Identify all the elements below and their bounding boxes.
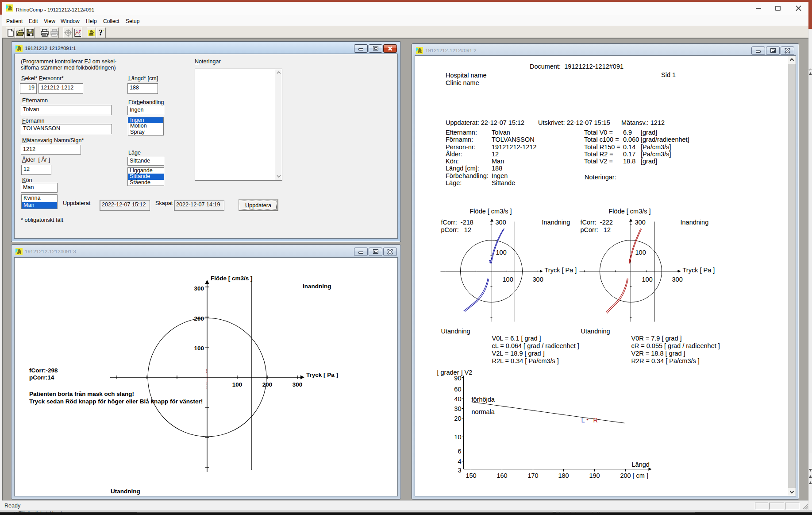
- svg-text:cL = 0.064 [ grad / radieenhet: cL = 0.064 [ grad / radieenhet ]: [492, 342, 579, 349]
- svg-text:Inandning: Inandning: [303, 283, 331, 290]
- svg-text:Utandning: Utandning: [581, 328, 610, 335]
- svg-text:L: L: [581, 417, 585, 424]
- svg-text:300: 300: [635, 219, 646, 226]
- svg-text:100: 100: [232, 381, 242, 388]
- svg-text:300: 300: [194, 285, 204, 292]
- svg-text:pCorr:14: pCorr:14: [29, 374, 54, 381]
- svg-text:V2R = 18.8 [ grad ]: V2R = 18.8 [ grad ]: [631, 350, 685, 357]
- svg-text:Tryck [ Pa ]: Tryck [ Pa ]: [683, 267, 715, 274]
- svg-text:Utandning: Utandning: [111, 488, 140, 495]
- svg-text:pCorr: 12: pCorr: 12: [581, 226, 611, 233]
- svg-text:Längd: Längd: [632, 461, 650, 468]
- svg-text:150: 150: [466, 472, 476, 479]
- svg-text:300: 300: [292, 381, 303, 388]
- svg-text:[ cm ]: [ cm ]: [633, 472, 648, 479]
- svg-text:fCorr:-298: fCorr:-298: [29, 367, 58, 374]
- svg-text:300: 300: [672, 276, 683, 283]
- svg-text:R2R = 0.34 [ Pa/cm3/s ]: R2R = 0.34 [ Pa/cm3/s ]: [631, 357, 700, 364]
- svg-text:300: 300: [533, 276, 543, 283]
- svg-text:20: 20: [454, 415, 461, 422]
- svg-text:Flöde [ cm3/s ]: Flöde [ cm3/s ]: [609, 208, 651, 215]
- svg-text:V0R = 7.9 [ grad ]: V0R = 7.9 [ grad ]: [631, 335, 682, 342]
- svg-text:förhöjda: förhöjda: [472, 396, 495, 403]
- svg-text:200: 200: [620, 472, 631, 479]
- svg-text:?: ?: [99, 28, 103, 37]
- svg-text:10: 10: [454, 434, 461, 441]
- svg-text:Inandning: Inandning: [542, 219, 570, 226]
- svg-text:200: 200: [262, 381, 273, 388]
- svg-text:R: R: [593, 417, 598, 424]
- svg-text:40: 40: [454, 395, 461, 403]
- svg-text:Flöde [ cm3/s ]: Flöde [ cm3/s ]: [211, 275, 253, 282]
- svg-text:6: 6: [458, 448, 461, 455]
- svg-text:3: 3: [458, 467, 461, 474]
- svg-text:normala: normala: [472, 408, 495, 415]
- svg-text:Utandning: Utandning: [441, 328, 470, 335]
- svg-text:Patienten borta från mask och: Patienten borta från mask och slang!: [29, 391, 134, 397]
- svg-text:pCorr: 12: pCorr: 12: [441, 226, 472, 233]
- svg-text:Inandning: Inandning: [681, 219, 709, 226]
- svg-text:Tryck sedan Röd knapp för höge: Tryck sedan Röd knapp för höger eller Bl…: [29, 398, 203, 405]
- svg-text:fCorr: -222: fCorr: -222: [581, 219, 613, 226]
- svg-text:V2L = 18.9 [ grad ]: V2L = 18.9 [ grad ]: [492, 350, 545, 357]
- svg-text:cR = 0.055 [ grad / radieenhet: cR = 0.055 [ grad / radieenhet ]: [631, 342, 720, 349]
- svg-text:100: 100: [642, 276, 653, 283]
- svg-text:190: 190: [589, 472, 600, 479]
- svg-text:V0L = 6.1 [ grad ]: V0L = 6.1 [ grad ]: [492, 335, 541, 342]
- svg-text:100: 100: [503, 276, 513, 283]
- svg-text:Tryck [ Pa ]: Tryck [ Pa ]: [306, 372, 338, 378]
- svg-text:60: 60: [454, 386, 461, 393]
- svg-text:4: 4: [458, 458, 461, 465]
- svg-text:100: 100: [635, 249, 646, 256]
- svg-text:30: 30: [454, 405, 461, 412]
- svg-text:fCorr: -218: fCorr: -218: [441, 219, 473, 226]
- svg-text:170: 170: [527, 472, 538, 479]
- svg-text:100: 100: [496, 249, 507, 256]
- svg-text:180: 180: [558, 472, 569, 479]
- svg-text:Flöde [ cm3/s ]: Flöde [ cm3/s ]: [470, 208, 512, 215]
- svg-text:90: 90: [454, 375, 461, 382]
- svg-text:Tryck [ Pa ]: Tryck [ Pa ]: [545, 267, 577, 274]
- svg-text:R2L = 0.34 [ Pa/cm3/s ]: R2L = 0.34 [ Pa/cm3/s ]: [492, 357, 559, 364]
- svg-text:160: 160: [496, 472, 507, 479]
- svg-text:300: 300: [496, 219, 506, 226]
- svg-text:100: 100: [194, 345, 204, 352]
